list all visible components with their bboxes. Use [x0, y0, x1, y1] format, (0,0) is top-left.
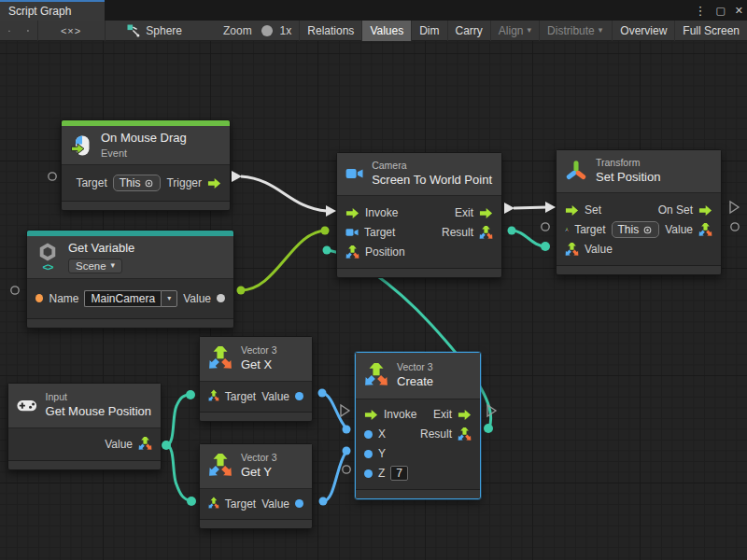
port-label: Name — [49, 292, 78, 305]
vector3-port-icon[interactable] — [138, 437, 152, 451]
node-on-mouse-drag[interactable]: On Mouse Drag Event Target This Trigger — [61, 119, 231, 211]
z-port[interactable] — [364, 469, 373, 478]
transform-port-icon[interactable] — [565, 223, 569, 236]
caret-down-icon: ▾ — [528, 26, 532, 35]
graph-canvas[interactable]: On Mouse Drag Event Target This Trigger — [0, 41, 747, 560]
name-port[interactable] — [35, 294, 43, 302]
z-value-field[interactable]: 7 — [390, 466, 408, 481]
values-button[interactable]: Values — [361, 21, 411, 41]
tab-title: Script Graph — [8, 5, 71, 18]
node-footer — [356, 489, 480, 498]
graph-toolbar: <×> Sphere Zoom 1x Relations Values Dim … — [0, 21, 747, 41]
flow-arrow-icon[interactable] — [364, 408, 378, 422]
this-target-chip[interactable]: This — [612, 221, 660, 238]
port-label: Value — [585, 243, 613, 256]
vector3-port-icon[interactable] — [698, 223, 712, 237]
graph-breadcrumb[interactable]: Sphere — [118, 24, 191, 37]
node-title: Set Position — [596, 170, 660, 186]
script-graph-window: Script Graph ⋮ ▢ ✕ <×> Sphere Zoom 1x Re… — [0, 0, 747, 560]
port-label: Invoke — [365, 206, 398, 219]
relations-button[interactable]: Relations — [299, 21, 361, 41]
flow-arrow-icon[interactable] — [698, 203, 712, 217]
vector3-icon — [208, 454, 233, 478]
tab-script-graph[interactable]: Script Graph — [0, 0, 105, 21]
y-port[interactable] — [364, 450, 373, 458]
node-footer — [337, 268, 501, 277]
node-category: Camera — [372, 160, 492, 173]
vector3-port-icon[interactable] — [479, 226, 493, 240]
flow-arrow-icon[interactable] — [479, 206, 493, 220]
vector3-icon — [364, 363, 388, 387]
port-label: Y — [378, 447, 386, 460]
x-port[interactable] — [364, 430, 373, 439]
port-label: Target — [225, 390, 256, 403]
port-label: Target — [574, 223, 605, 236]
node-get-variable[interactable]: <> Get Variable Scene ▾ Name MainCamera — [26, 230, 234, 329]
value-port[interactable] — [295, 499, 303, 508]
angle-brackets-icon: <> — [43, 262, 53, 272]
port-label: Exit — [455, 206, 473, 219]
aim-icon — [144, 178, 154, 189]
close-icon[interactable]: ✕ — [735, 5, 743, 17]
node-category: Vector 3 — [241, 344, 277, 357]
vector3-port-icon[interactable] — [208, 389, 219, 403]
port-label: Value — [183, 292, 211, 305]
node-vector3-create[interactable]: Vector 3 Create Invoke Exit X — [355, 352, 481, 499]
info-icon[interactable] — [19, 21, 37, 41]
align-button[interactable]: Align▾ — [490, 21, 539, 41]
port-label: Z — [378, 467, 385, 480]
node-title: On Mouse Drag — [101, 131, 187, 147]
vector3-port-icon[interactable] — [458, 427, 472, 441]
flow-arrow-icon[interactable] — [458, 408, 472, 422]
dropdown-button[interactable]: ▾ — [161, 290, 177, 307]
camera-port-icon[interactable] — [345, 226, 359, 239]
port-label: Value — [261, 497, 289, 511]
carry-button[interactable]: Carry — [447, 21, 490, 41]
flow-arrow-icon[interactable] — [207, 176, 221, 190]
node-category: Input — [46, 391, 151, 404]
unity-variable-icon: <> — [35, 242, 60, 272]
node-screen-to-world-point[interactable]: Camera Screen To World Point Invoke Exit… — [336, 152, 502, 278]
maximize-icon[interactable]: ▢ — [715, 5, 725, 17]
aim-icon — [642, 225, 653, 235]
menu-icon[interactable]: ⋮ — [694, 4, 706, 18]
port-label: Value — [665, 223, 693, 236]
zoom-value: 1x — [280, 24, 292, 37]
port-label: Trigger — [166, 176, 202, 189]
transform-icon — [565, 160, 587, 182]
camera-icon — [345, 162, 363, 185]
full-screen-button[interactable]: Full Screen — [674, 21, 747, 41]
value-port[interactable] — [295, 392, 303, 400]
overview-button[interactable]: Overview — [612, 21, 674, 41]
zoom-slider[interactable] — [261, 30, 273, 32]
vector3-port-icon[interactable] — [208, 497, 219, 511]
flow-arrow-icon[interactable] — [565, 203, 579, 217]
node-category: Vector 3 — [241, 452, 277, 465]
port-label: Set — [585, 203, 601, 217]
port-label: Position — [365, 245, 405, 259]
vector3-port-icon[interactable] — [565, 243, 579, 257]
vector3-icon — [208, 346, 233, 371]
flow-arrow-icon[interactable] — [345, 206, 359, 220]
node-set-position[interactable]: Transform Set Position Set On Set Target — [556, 149, 722, 275]
this-target-chip[interactable]: This — [113, 175, 162, 191]
node-category: Vector 3 — [397, 361, 433, 374]
lock-icon[interactable] — [0, 21, 19, 41]
vector3-port-icon[interactable] — [345, 245, 359, 259]
node-get-mouse-position[interactable]: Input Get Mouse Position Value — [7, 383, 162, 470]
gamepad-icon — [17, 394, 37, 416]
variable-scope-dropdown[interactable]: Scene ▾ — [68, 259, 122, 273]
port-label: Result — [420, 427, 452, 441]
node-footer — [62, 201, 230, 210]
value-port[interactable] — [217, 294, 225, 302]
zoom-slider-handle[interactable] — [261, 25, 273, 36]
dim-button[interactable]: Dim — [411, 21, 446, 41]
port-label: Target — [76, 176, 106, 189]
node-get-y[interactable]: Vector 3 Get Y Target Value — [199, 443, 313, 529]
distribute-button[interactable]: Distribute▾ — [539, 21, 610, 41]
port-label: Result — [442, 226, 473, 239]
node-footer — [557, 265, 721, 274]
variable-name-field[interactable]: MainCamera ▾ — [84, 290, 177, 307]
code-view-icon[interactable]: <×> — [52, 21, 90, 41]
node-get-x[interactable]: Vector 3 Get X Target Value — [199, 336, 313, 422]
